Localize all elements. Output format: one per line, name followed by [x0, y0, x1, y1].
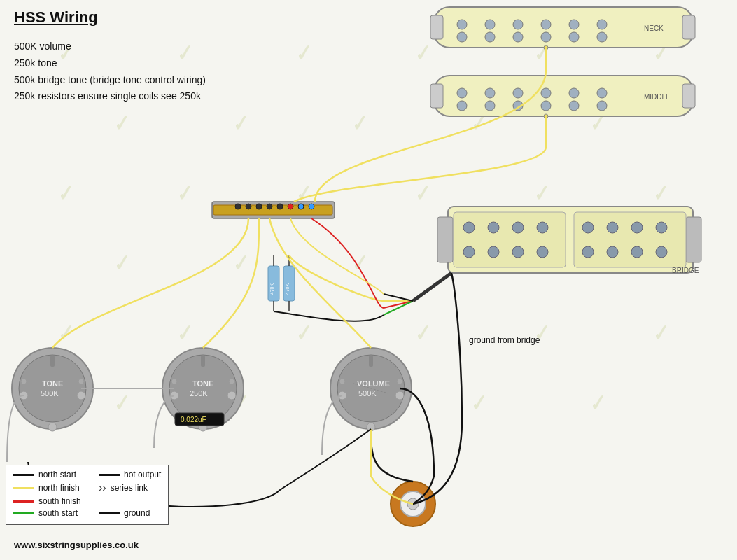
svg-point-26: [597, 88, 607, 98]
svg-point-65: [235, 204, 241, 209]
svg-rect-2: [682, 15, 695, 39]
svg-point-4: [485, 20, 495, 29]
legend-hot-output: hot output: [124, 470, 161, 479]
svg-point-56: [656, 246, 667, 258]
legend: north start hot output north finish ›› s…: [6, 465, 169, 525]
legend-ground: ground: [124, 508, 150, 518]
svg-text:VOLUME: VOLUME: [357, 379, 390, 388]
svg-point-77: [48, 423, 57, 431]
svg-point-10: [485, 32, 495, 42]
svg-point-52: [656, 222, 667, 233]
svg-point-13: [569, 32, 579, 42]
svg-point-68: [267, 204, 272, 209]
svg-point-42: [488, 222, 499, 233]
svg-point-71: [298, 204, 304, 209]
svg-point-48: [537, 246, 548, 258]
svg-point-49: [582, 222, 594, 233]
svg-line-61: [384, 301, 413, 315]
svg-point-66: [246, 204, 251, 209]
svg-rect-38: [686, 217, 701, 262]
svg-point-30: [541, 101, 551, 111]
svg-rect-19: [430, 84, 443, 108]
svg-point-9: [457, 32, 467, 42]
svg-point-43: [512, 222, 524, 233]
svg-line-60: [384, 301, 413, 308]
svg-point-41: [463, 222, 475, 233]
svg-text:500K: 500K: [358, 389, 377, 398]
legend-north-start: north start: [38, 470, 94, 479]
svg-point-21: [457, 88, 467, 98]
svg-point-50: [607, 222, 618, 233]
legend-south-start: south start: [38, 508, 94, 518]
svg-point-101: [339, 379, 345, 384]
svg-rect-20: [682, 84, 695, 108]
svg-point-14: [597, 32, 607, 42]
svg-rect-64: [213, 205, 332, 215]
svg-point-5: [513, 20, 523, 29]
svg-point-78: [77, 391, 85, 400]
svg-text:470K: 470K: [285, 284, 290, 295]
series-link-arrow: ››: [99, 482, 106, 494]
svg-point-7: [569, 20, 579, 29]
svg-point-69: [277, 204, 283, 209]
svg-text:MIDDLE: MIDDLE: [644, 93, 671, 101]
svg-point-44: [537, 222, 548, 233]
svg-line-58: [413, 273, 451, 301]
svg-text:ground from bridge: ground from bridge: [469, 335, 540, 345]
svg-point-27: [457, 101, 467, 111]
svg-point-67: [256, 204, 262, 209]
svg-text:250K: 250K: [190, 389, 208, 398]
svg-point-102: [397, 379, 402, 384]
website-url: www.sixstringsupplies.co.uk: [14, 540, 139, 550]
svg-point-11: [513, 32, 523, 42]
svg-point-8: [597, 20, 607, 29]
svg-point-100: [395, 391, 404, 400]
svg-rect-97: [369, 356, 373, 367]
svg-point-3: [457, 20, 467, 29]
svg-text:0.022uF: 0.022uF: [181, 416, 206, 424]
svg-point-25: [569, 88, 579, 98]
svg-point-55: [631, 246, 643, 258]
svg-point-80: [78, 379, 84, 384]
svg-text:TONE: TONE: [192, 379, 213, 388]
svg-point-45: [463, 246, 475, 258]
svg-text:NECK: NECK: [644, 24, 664, 32]
svg-text:470K: 470K: [269, 284, 274, 295]
svg-point-23: [513, 88, 523, 98]
svg-point-46: [488, 246, 499, 258]
svg-line-62: [384, 294, 413, 301]
svg-rect-1: [430, 15, 443, 39]
specs-text: 500K volume 250k tone 500k bridge tone (…: [14, 38, 206, 105]
svg-rect-39: [454, 212, 566, 267]
legend-series-link: series link: [111, 483, 148, 493]
svg-rect-40: [574, 212, 686, 267]
svg-point-70: [288, 204, 293, 209]
svg-text:BRIDGE: BRIDGE: [672, 267, 699, 274]
svg-point-32: [597, 101, 607, 111]
svg-point-12: [541, 32, 551, 42]
svg-rect-75: [50, 356, 55, 367]
svg-point-88: [227, 391, 236, 400]
svg-point-28: [485, 101, 495, 111]
page-title: HSS Wiring: [14, 8, 98, 27]
svg-point-90: [229, 379, 234, 384]
svg-point-54: [607, 246, 618, 258]
legend-south-finish: south finish: [38, 496, 94, 506]
svg-point-24: [541, 88, 551, 98]
svg-point-72: [309, 204, 314, 209]
svg-rect-85: [201, 356, 205, 367]
svg-point-53: [582, 246, 594, 258]
svg-point-31: [569, 101, 579, 111]
main-content: NECK MIDDLE: [0, 0, 737, 560]
svg-point-47: [512, 246, 524, 258]
svg-point-51: [631, 222, 643, 233]
svg-point-22: [485, 88, 495, 98]
svg-text:TONE: TONE: [42, 379, 63, 388]
svg-point-79: [21, 379, 27, 384]
svg-point-89: [171, 379, 177, 384]
svg-text:500K: 500K: [41, 389, 59, 398]
svg-rect-37: [437, 217, 453, 262]
legend-north-finish: north finish: [38, 483, 94, 493]
svg-point-6: [541, 20, 551, 29]
